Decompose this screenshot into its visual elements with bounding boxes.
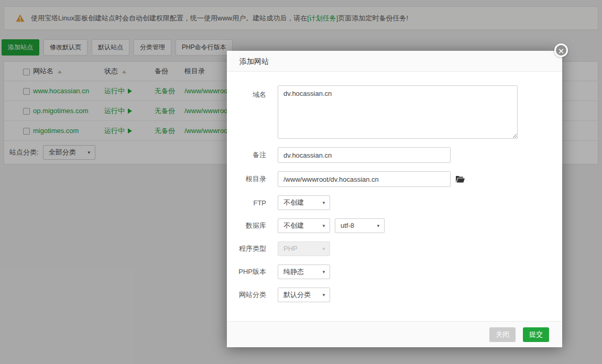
site-category-select[interactable]: 默认分类 ▼ [278,288,330,302]
remark-label: 备注 [227,150,278,160]
app-type-select: PHP ▼ [278,241,330,256]
close-button[interactable]: 关闭 [489,327,516,342]
app-type-label: 程序类型 [227,244,278,253]
database-label: 数据库 [227,221,278,230]
ftp-select[interactable]: 不创建 ▼ [278,195,330,210]
close-icon[interactable]: ✕ [554,43,568,57]
chevron-down-icon: ▼ [322,219,326,233]
folder-browse-icon[interactable] [456,175,465,183]
root-dir-input[interactable] [278,171,451,187]
submit-button[interactable]: 提交 [523,327,549,342]
php-version-select[interactable]: 纯静态 ▼ [278,264,330,279]
php-version-label: PHP版本 [227,267,278,277]
ftp-label: FTP [227,199,278,207]
site-category-label: 网站分类 [227,290,278,300]
modal-footer: 关闭 提交 [227,321,562,347]
database-select[interactable]: 不创建 ▼ [278,218,330,233]
charset-select[interactable]: utf-8 ▼ [335,218,385,233]
chevron-down-icon: ▼ [322,265,326,279]
domain-label: 域名 [227,85,278,100]
domain-textarea[interactable]: dv.hocassian.cn [278,85,518,139]
add-site-form: 域名 dv.hocassian.cn 备注 根目录 FTP 不创建 ▼ [227,72,562,302]
modal-title: 添加网站 [227,51,562,72]
root-dir-label: 根目录 [227,174,278,184]
chevron-down-icon: ▼ [376,219,380,233]
chevron-down-icon: ▼ [322,242,326,256]
add-site-modal: ✕ 添加网站 域名 dv.hocassian.cn 备注 根目录 FTP 不创建 [227,51,562,347]
remark-input[interactable] [278,147,451,163]
chevron-down-icon: ▼ [322,196,326,210]
chevron-down-icon: ▼ [322,288,326,302]
